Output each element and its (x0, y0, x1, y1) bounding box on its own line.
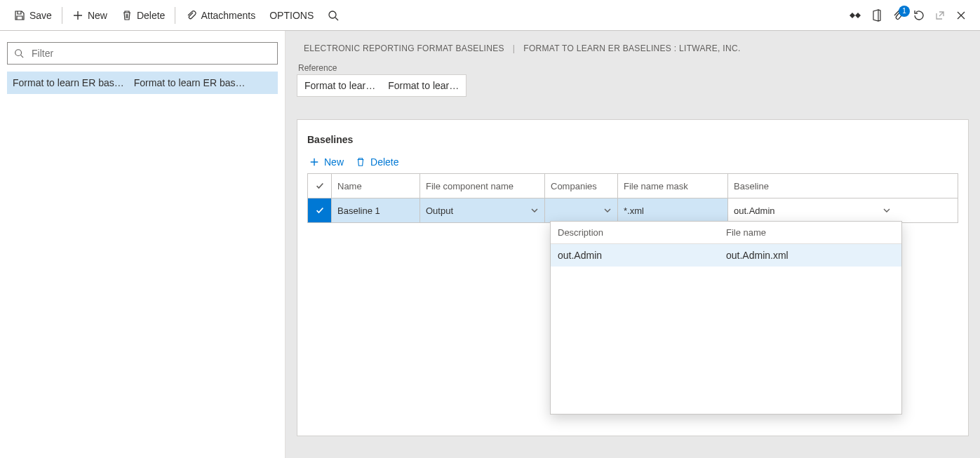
chevron-down-icon (882, 206, 891, 215)
options-label: OPTIONS (269, 10, 314, 21)
close-icon[interactable] (955, 10, 967, 21)
popup-header-description[interactable]: Description (558, 227, 726, 238)
baselines-actions: New Delete (307, 156, 958, 173)
popup-header: Description File name (551, 222, 901, 244)
popup-row-filename: out.Admin.xml (726, 250, 788, 261)
attachments-label: Attachments (201, 10, 255, 21)
grid-header-file-mask[interactable]: File name mask (618, 174, 728, 198)
grid-cell-name-text: Baseline 1 (337, 206, 380, 216)
baseline-dropdown-popup: Description File name out.Admin out.Admi… (550, 221, 902, 415)
search-button[interactable] (321, 4, 346, 27)
reference-field[interactable]: Format to lear… Format to lear… (297, 74, 466, 97)
baselines-delete-label: Delete (370, 156, 398, 168)
attachments-badge-count: 1 (899, 6, 910, 17)
popup-header-filename[interactable]: File name (726, 227, 766, 238)
breadcrumb-sep: | (513, 43, 515, 53)
baseline-list-item[interactable]: Format to learn ER bas… Format to learn … (7, 72, 278, 94)
grid-header-name[interactable]: Name (332, 174, 420, 198)
new-label: New (88, 10, 107, 21)
paperclip-icon (185, 10, 196, 21)
reference-value-b: Format to lear… (388, 80, 459, 91)
baselines-grid: Name File component name Companies File … (307, 173, 958, 223)
grid-cell-file-component[interactable]: Output (420, 198, 545, 222)
reference-label: Reference (286, 53, 980, 74)
chevron-down-icon (530, 206, 539, 215)
refresh-icon[interactable] (913, 10, 925, 21)
popout-icon[interactable] (934, 10, 946, 21)
attachments-button[interactable]: Attachments (178, 4, 262, 27)
left-pane: Format to learn ER bas… Format to learn … (0, 31, 286, 458)
grid-cell-companies[interactable] (545, 198, 618, 222)
attachments-badge-icon[interactable]: 1 (892, 10, 904, 21)
command-bar: Save New Delete Attachments OPTIONS (0, 0, 980, 31)
grid-header-select[interactable] (308, 174, 332, 198)
save-icon (14, 10, 25, 21)
grid-row[interactable]: Baseline 1 Output (308, 198, 958, 222)
popup-empty-space (551, 267, 901, 414)
svg-point-0 (329, 11, 336, 18)
grid-cell-file-text: Output (426, 206, 453, 216)
office-icon[interactable] (871, 10, 883, 21)
plus-icon (309, 156, 320, 168)
baselines-delete-button[interactable]: Delete (355, 156, 398, 168)
search-icon (328, 10, 339, 21)
popup-row-description: out.Admin (558, 250, 726, 261)
filter-input[interactable] (30, 47, 271, 60)
trash-icon (355, 156, 366, 168)
chevron-down-icon (603, 206, 612, 215)
baselines-new-label: New (324, 156, 344, 168)
grid-header: Name File component name Companies File … (308, 174, 958, 198)
new-button[interactable]: New (65, 4, 114, 27)
delete-button[interactable]: Delete (114, 4, 172, 27)
grid-header-companies[interactable]: Companies (545, 174, 618, 198)
plus-icon (72, 10, 83, 21)
popup-row[interactable]: out.Admin out.Admin.xml (551, 244, 901, 267)
delete-label: Delete (137, 10, 165, 21)
list-item-col-b: Format to learn ER bas… (134, 77, 246, 88)
grid-cell-mask-text: *.xml (624, 206, 644, 216)
trash-icon (121, 10, 133, 21)
save-button[interactable]: Save (7, 4, 59, 27)
connector-icon[interactable] (848, 10, 862, 21)
grid-row-select[interactable] (308, 198, 332, 222)
grid-cell-file-mask[interactable]: *.xml (618, 198, 728, 222)
grid-cell-baseline-text: out.Admin (734, 206, 775, 216)
baselines-card: Baselines New Delete (297, 119, 969, 436)
baselines-title: Baselines (307, 130, 958, 156)
filter-search-icon (13, 48, 25, 59)
grid-header-baseline[interactable]: Baseline (728, 174, 897, 198)
svg-point-1 (15, 50, 22, 56)
grid-cell-name[interactable]: Baseline 1 (332, 198, 420, 222)
grid-cell-baseline[interactable]: out.Admin (728, 198, 897, 222)
breadcrumb-a[interactable]: ELECTRONIC REPORTING FORMAT BASELINES (304, 43, 504, 53)
separator (62, 7, 62, 24)
list-item-col-a: Format to learn ER bas… (13, 77, 124, 88)
right-pane: ELECTRONIC REPORTING FORMAT BASELINES | … (286, 31, 980, 458)
filter-input-wrap[interactable] (7, 42, 278, 65)
workspace: Format to learn ER bas… Format to learn … (0, 31, 980, 458)
save-label: Save (29, 10, 52, 21)
separator (175, 7, 175, 24)
breadcrumb: ELECTRONIC REPORTING FORMAT BASELINES | … (286, 31, 980, 53)
breadcrumb-b[interactable]: FORMAT TO LEARN ER BASELINES : LITWARE, … (523, 43, 740, 53)
options-button[interactable]: OPTIONS (262, 4, 321, 27)
baselines-new-button[interactable]: New (309, 156, 344, 168)
reference-value-a: Format to lear… (304, 80, 375, 91)
grid-header-file-component[interactable]: File component name (420, 174, 545, 198)
